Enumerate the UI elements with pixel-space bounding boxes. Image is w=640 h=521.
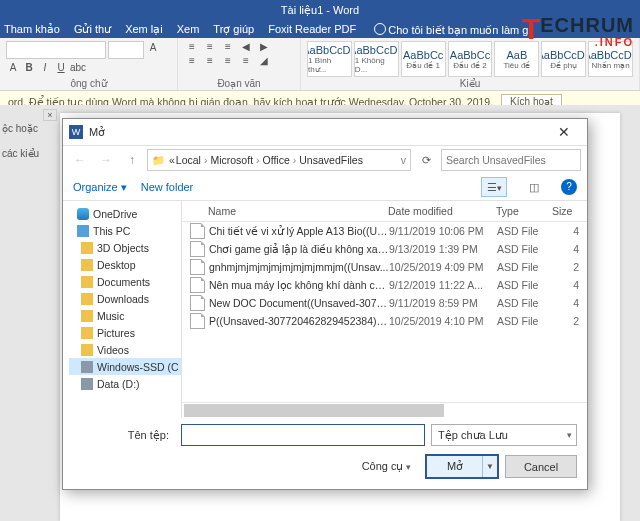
column-size[interactable]: Size xyxy=(552,205,587,217)
bold-button[interactable]: B xyxy=(22,61,36,75)
crumb[interactable]: UnsavedFiles xyxy=(299,154,363,166)
increase-indent-button[interactable]: ▶ xyxy=(256,41,272,55)
strikethrough-button[interactable]: abc xyxy=(70,61,84,75)
scrollbar-thumb[interactable] xyxy=(184,404,444,417)
italic-button[interactable]: I xyxy=(38,61,52,75)
view-details-button[interactable]: ☰▾ xyxy=(481,177,507,197)
font-size-combo[interactable] xyxy=(108,41,144,59)
style-3[interactable]: AaBbCcĐầu đề 2 xyxy=(448,41,493,77)
tab-review[interactable]: Xem lại xyxy=(125,23,163,36)
document-icon xyxy=(190,277,205,293)
new-folder-button[interactable]: New folder xyxy=(141,181,194,193)
help-button[interactable]: ? xyxy=(561,179,577,195)
tree-item[interactable]: Music xyxy=(69,307,181,324)
file-row[interactable]: gnhmjmjmjmjmjmjmjmjmmjm((Unsav...10/25/2… xyxy=(182,258,587,276)
cancel-button[interactable]: Cancel xyxy=(505,455,577,478)
forward-button[interactable]: → xyxy=(95,150,117,170)
dialog-toolbar: Organize ▾ New folder ☰▾ ◫ ? xyxy=(63,174,587,200)
refresh-button[interactable]: ⟳ xyxy=(415,154,437,167)
dialog-titlebar: W Mở ✕ xyxy=(63,119,587,146)
tree-item[interactable]: Windows-SSD (C xyxy=(69,358,181,375)
multilevel-button[interactable]: ≡ xyxy=(220,41,236,55)
decrease-font-button[interactable]: A xyxy=(6,61,20,75)
tree-item[interactable]: OneDrive xyxy=(69,205,181,222)
align-center-button[interactable]: ≡ xyxy=(202,55,218,69)
drive-icon xyxy=(81,293,93,305)
shading-button[interactable]: ◢ xyxy=(256,55,272,69)
file-row[interactable]: Chơi game giả lập là điều không xa%2((..… xyxy=(182,240,587,258)
tools-button[interactable]: Công cụ xyxy=(362,460,411,473)
document-icon xyxy=(190,295,205,311)
file-row[interactable]: Chi tiết về vi xử lý Apple A13 Bio((Unsa… xyxy=(182,222,587,240)
search-input[interactable] xyxy=(441,149,581,171)
increase-font-button[interactable]: A xyxy=(146,41,160,55)
crumb[interactable]: Microsoft xyxy=(210,154,253,166)
crumb[interactable]: Office xyxy=(263,154,290,166)
numbering-button[interactable]: ≡ xyxy=(202,41,218,55)
tree-item[interactable]: Desktop xyxy=(69,256,181,273)
tree-item[interactable]: Data (D:) xyxy=(69,375,181,392)
tab-view[interactable]: Xem xyxy=(177,23,200,35)
drive-icon xyxy=(81,310,93,322)
file-row[interactable]: Nên mua máy lọc không khí dành cho%2...9… xyxy=(182,276,587,294)
underline-button[interactable]: U xyxy=(54,61,68,75)
file-type-combo[interactable]: Tệp chưa Lưu xyxy=(431,424,577,446)
tell-me[interactable]: Cho tôi biết bạn muốn làm g xyxy=(370,22,528,37)
font-name-combo[interactable] xyxy=(6,41,106,59)
lightbulb-icon xyxy=(374,23,386,35)
folder-tree[interactable]: OneDriveThis PC3D ObjectsDesktopDocument… xyxy=(63,201,181,418)
organize-button[interactable]: Organize ▾ xyxy=(73,181,127,194)
tab-help[interactable]: Trợ giúp xyxy=(213,23,254,36)
justify-button[interactable]: ≡ xyxy=(238,55,254,69)
drive-icon xyxy=(81,327,93,339)
tree-item[interactable]: Documents xyxy=(69,273,181,290)
file-row[interactable]: P((Unsaved-307720462829452384)).asd10/25… xyxy=(182,312,587,330)
back-button[interactable]: ← xyxy=(69,150,91,170)
tab-foxit[interactable]: Foxit Reader PDF xyxy=(268,23,356,35)
align-left-button[interactable]: ≡ xyxy=(184,55,200,69)
dialog-title: Mở xyxy=(89,126,105,139)
drive-icon xyxy=(81,361,93,373)
up-button[interactable]: ↑ xyxy=(121,150,143,170)
address-bar-row: ← → ↑ 📁 « Local› Microsoft› Office› Unsa… xyxy=(63,146,587,174)
tree-item[interactable]: 3D Objects xyxy=(69,239,181,256)
word-icon: W xyxy=(69,125,83,139)
style-1[interactable]: AaBbCcDd1 Không D... xyxy=(354,41,399,77)
document-icon xyxy=(190,313,205,329)
open-dropdown-icon[interactable]: ▼ xyxy=(482,456,497,477)
filename-input[interactable] xyxy=(181,424,425,446)
folder-icon: 📁 xyxy=(152,154,165,167)
tab-references[interactable]: Tham khảo xyxy=(4,23,60,36)
drive-icon xyxy=(81,344,93,356)
horizontal-scrollbar[interactable] xyxy=(182,402,587,418)
tree-item[interactable]: This PC xyxy=(69,222,181,239)
document-icon xyxy=(190,241,205,257)
breadcrumb[interactable]: 📁 « Local› Microsoft› Office› UnsavedFil… xyxy=(147,149,411,171)
column-name[interactable]: Name xyxy=(208,205,388,217)
column-type[interactable]: Type xyxy=(496,205,552,217)
style-0[interactable]: AaBbCcDd1 Bình thư... xyxy=(307,41,352,77)
crumb[interactable]: Local xyxy=(176,154,201,166)
column-headers[interactable]: Name Date modified Type Size xyxy=(182,201,587,222)
pane-close-button[interactable]: × xyxy=(43,109,57,121)
file-row[interactable]: New DOC Document((Unsaved-3076323...9/11… xyxy=(182,294,587,312)
decrease-indent-button[interactable]: ◀ xyxy=(238,41,254,55)
breadcrumb-prefix: « xyxy=(169,154,175,166)
font-group: A A B I U abc ông chữ xyxy=(0,38,178,90)
open-button[interactable]: Mở▼ xyxy=(425,454,499,479)
tree-item[interactable]: Videos xyxy=(69,341,181,358)
dropdown-icon[interactable]: v xyxy=(401,154,406,166)
document-icon xyxy=(190,259,205,275)
bullets-button[interactable]: ≡ xyxy=(184,41,200,55)
column-date[interactable]: Date modified xyxy=(388,205,496,217)
tree-item[interactable]: Pictures xyxy=(69,324,181,341)
tab-mailings[interactable]: Gửi thư xyxy=(74,23,111,36)
file-rows: Chi tiết về vi xử lý Apple A13 Bio((Unsa… xyxy=(182,222,587,402)
tree-item[interactable]: Downloads xyxy=(69,290,181,307)
style-2[interactable]: AaBbCcĐầu đề 1 xyxy=(401,41,446,77)
align-right-button[interactable]: ≡ xyxy=(220,55,236,69)
font-group-label: ông chữ xyxy=(6,77,171,90)
drive-icon xyxy=(77,225,89,237)
dialog-close-button[interactable]: ✕ xyxy=(547,124,581,140)
preview-pane-button[interactable]: ◫ xyxy=(521,177,547,197)
